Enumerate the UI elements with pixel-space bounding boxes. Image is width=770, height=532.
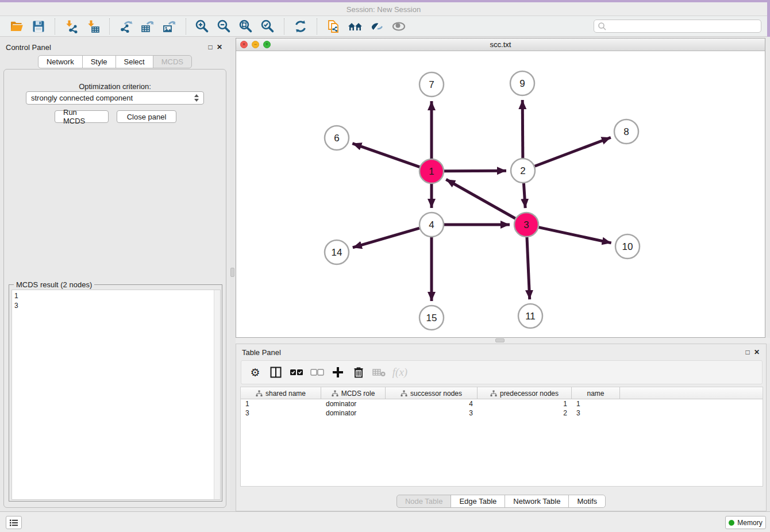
column-visibility-icon[interactable] (267, 364, 285, 381)
run-mcds-button[interactable]: Run MCDS (55, 110, 109, 123)
status-bar: Memory (0, 511, 770, 532)
tree-hierarchy-icon (490, 390, 497, 397)
zoom-fit-icon[interactable] (237, 18, 255, 34)
tab-select[interactable]: Select (116, 55, 153, 68)
zoom-selected-icon[interactable] (259, 18, 276, 34)
column-header-label: successor nodes (410, 390, 462, 398)
vertical-splitter[interactable] (230, 38, 236, 511)
clone-network-icon[interactable] (325, 18, 342, 34)
toolbar-separator (55, 18, 55, 34)
cell-name[interactable]: 3 (572, 409, 620, 417)
graph-edge-2-8[interactable] (535, 137, 611, 166)
cell-successor-nodes[interactable]: 3 (386, 409, 478, 417)
graph-edge-3-1[interactable] (446, 179, 515, 218)
tab-network-table[interactable]: Network Table (505, 495, 569, 508)
tab-style[interactable]: Style (82, 55, 116, 68)
network-graph-canvas[interactable]: 1234678910111415 (236, 51, 765, 337)
add-column-icon[interactable] (329, 364, 347, 381)
table-toolbar: ⚙ f(x) (241, 360, 763, 384)
import-network-icon[interactable] (63, 18, 80, 34)
table-row[interactable]: 1dominator411 (241, 399, 763, 408)
splitter-grip[interactable] (495, 338, 505, 342)
open-session-icon[interactable] (8, 18, 25, 34)
cell-MCDS-role[interactable]: dominator (321, 400, 386, 408)
eye-icon[interactable] (390, 18, 407, 34)
close-panel-icon[interactable]: ✕ (215, 43, 224, 51)
function-builder-icon: f(x) (391, 364, 409, 381)
graph-edge-1-2[interactable] (444, 171, 506, 171)
table-settings-icon[interactable]: ⚙ (246, 364, 264, 381)
graphics-details-icon[interactable] (368, 18, 386, 34)
cell-predecessor-nodes[interactable]: 1 (478, 400, 572, 408)
result-line: 3 (14, 301, 218, 311)
export-image-icon[interactable] (161, 18, 178, 34)
graph-edge-2-3[interactable] (523, 183, 525, 208)
first-neighbors-icon[interactable] (346, 18, 364, 34)
toolbar-separator (109, 18, 110, 34)
graph-node-label: 3 (523, 219, 529, 230)
close-panel-icon[interactable]: ✕ (752, 348, 761, 356)
tab-motifs[interactable]: Motifs (568, 495, 606, 508)
graph-edge-3-10[interactable] (539, 228, 611, 243)
column-header-shared-name[interactable]: shared name (241, 387, 321, 399)
control-panel-header: Control Panel □ ✕ (6, 41, 224, 53)
zoom-out-icon[interactable] (215, 18, 233, 34)
column-header-MCDS-role[interactable]: MCDS role (321, 387, 386, 399)
tab-edge-table[interactable]: Edge Table (451, 495, 505, 508)
import-table-icon[interactable] (84, 18, 102, 34)
select-all-icon[interactable] (287, 364, 306, 381)
cell-name[interactable]: 1 (572, 400, 620, 408)
cell-shared-name[interactable]: 1 (241, 400, 321, 408)
table-header-row: shared nameMCDS rolesuccessor nodesprede… (241, 387, 763, 399)
criterion-select[interactable]: strongly connected component (26, 91, 204, 105)
cell-shared-name[interactable]: 3 (241, 409, 321, 417)
graph-node-label: 14 (332, 247, 342, 258)
network-view-window: × − + scc.txt 1234678910111415 (236, 38, 765, 338)
splitter-grip[interactable] (230, 268, 234, 277)
mcds-pane: Optimization criterion: strongly connect… (3, 69, 226, 508)
search-field[interactable] (594, 20, 761, 33)
edge-layer (352, 100, 611, 301)
graph-edge-2-9[interactable] (522, 100, 523, 158)
result-line: 1 (14, 291, 218, 301)
float-panel-icon[interactable]: □ (743, 348, 752, 356)
export-network-icon[interactable] (117, 18, 134, 34)
table-panel-header: Table Panel □ ✕ (242, 346, 761, 358)
column-header-predecessor-nodes[interactable]: predecessor nodes (478, 387, 572, 399)
table-row[interactable]: 3dominator323 (241, 408, 763, 418)
mcds-result-text[interactable]: 13 (11, 290, 221, 500)
horizontal-splitter[interactable] (236, 338, 770, 344)
cell-MCDS-role[interactable]: dominator (321, 409, 386, 417)
unselect-all-icon[interactable] (308, 364, 326, 381)
graph-node-label: 7 (429, 79, 434, 90)
refresh-icon[interactable] (292, 18, 309, 34)
tab-node-table[interactable]: Node Table (396, 495, 452, 508)
tree-hierarchy-icon (256, 390, 263, 397)
zoom-in-icon[interactable] (194, 18, 211, 34)
control-panel: Control Panel □ ✕ NetworkStyleSelectMCDS… (0, 38, 230, 511)
criterion-value: strongly connected component (31, 94, 133, 102)
delete-column-icon[interactable] (349, 364, 368, 381)
column-header-name[interactable]: name (572, 387, 620, 399)
memory-button[interactable]: Memory (725, 516, 766, 529)
graph-edge-3-11[interactable] (527, 237, 530, 299)
task-history-button[interactable] (6, 516, 22, 529)
float-panel-icon[interactable]: □ (206, 43, 215, 51)
save-session-icon[interactable] (30, 18, 47, 34)
tab-network[interactable]: Network (38, 55, 83, 68)
search-input[interactable] (607, 21, 757, 32)
graph-edge-1-6[interactable] (352, 144, 419, 167)
graph-node-label: 2 (520, 165, 525, 176)
column-header-label: name (587, 390, 604, 398)
cell-predecessor-nodes[interactable]: 2 (478, 409, 572, 417)
close-panel-button[interactable]: Close panel (117, 110, 176, 123)
result-scrollbar[interactable] (214, 290, 220, 499)
table-panel-tabs: Node TableEdge TableNetwork TableMotifs (236, 495, 766, 508)
tree-hierarchy-icon (332, 390, 338, 397)
export-table-icon[interactable] (139, 18, 156, 34)
cell-successor-nodes[interactable]: 4 (386, 400, 478, 408)
column-header-successor-nodes[interactable]: successor nodes (386, 387, 478, 399)
task-list-icon (9, 519, 18, 527)
graph-edge-4-14[interactable] (353, 228, 419, 248)
tab-mcds[interactable]: MCDS (153, 55, 192, 68)
